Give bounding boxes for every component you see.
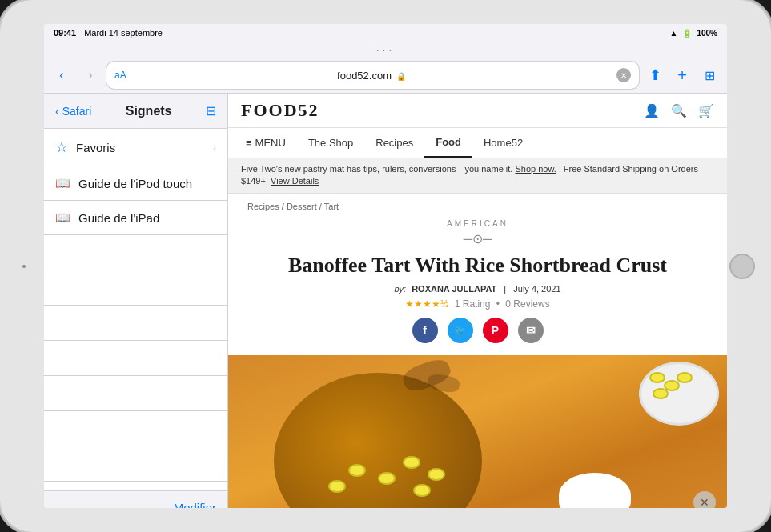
plate-banana-4 — [653, 388, 669, 399]
social-buttons: f 🐦 P ✉ — [247, 318, 708, 343]
forward-button[interactable]: › — [78, 62, 103, 88]
share-icon: ⬆ — [649, 66, 661, 84]
by-label: by: — [394, 284, 406, 294]
pinterest-share-button[interactable]: P — [483, 318, 508, 343]
banana-slice-6 — [413, 484, 431, 497]
wifi-icon: ▲ — [670, 29, 678, 38]
nav-the-shop[interactable]: The Shop — [297, 129, 364, 157]
sidebar-empty-row-5 — [44, 376, 227, 411]
banana-slice-2 — [348, 464, 366, 477]
sidebar-item-favoris[interactable]: ☆ Favoris › — [44, 129, 227, 166]
text-size-button[interactable]: aA — [114, 70, 126, 81]
search-icon[interactable]: 🔍 — [671, 103, 687, 118]
site-header: FOOD52 👤 🔍 🛒 — [228, 94, 727, 128]
site-nav: ≡ MENU The Shop Recipes Food Home52 — [228, 128, 727, 158]
lock-icon: 🔒 — [396, 72, 406, 81]
status-time: 09:41 — [54, 28, 76, 38]
article-meta: by: ROXANA JULLAPAT | July 4, 2021 — [247, 284, 708, 294]
reviews-separator: • — [496, 298, 500, 310]
category-divider: ─⊙─ — [247, 231, 708, 246]
article-date: July 4, 2021 — [513, 284, 560, 294]
toolbar-right-group: ⬆ + ⊞ — [642, 62, 722, 88]
banana-slice-1 — [328, 480, 346, 493]
sidebar-empty-row-4 — [44, 341, 227, 376]
browser-chrome: ··· ‹ › aA food52.com 🔒 — [44, 42, 727, 94]
sidebar-item-ipad[interactable]: 📖 Guide de l'iPad — [44, 201, 227, 235]
front-camera — [22, 265, 26, 268]
url-bar-dots-area: ··· — [44, 42, 727, 58]
tabs-grid-icon: ⊞ — [705, 68, 715, 83]
status-right: ▲ 🔋 100% — [670, 29, 717, 38]
article-category: AMERICAN — [247, 219, 708, 228]
facebook-share-button[interactable]: f — [412, 318, 438, 343]
article-title: Banoffee Tart With Rice Shortbread Crust — [247, 253, 708, 278]
site-logo: FOOD52 — [241, 100, 319, 121]
plate — [639, 362, 719, 426]
close-x-icon: ✕ — [700, 496, 709, 508]
add-icon: + — [677, 66, 687, 85]
back-button[interactable]: ‹ — [49, 62, 74, 88]
sidebar-empty-row-1 — [44, 235, 227, 270]
site-header-icons: 👤 🔍 🛒 — [644, 103, 714, 118]
sidebar-empty-row-7 — [44, 446, 227, 482]
banner-text: Five Two's new pastry mat has tips, rule… — [241, 164, 512, 174]
sidebar-empty-row-3 — [44, 306, 227, 341]
status-left: 09:41 Mardi 14 septembre — [54, 28, 163, 38]
sidebar-item-label-favoris: Favoris — [76, 141, 205, 154]
plate-banana-1 — [649, 372, 665, 383]
sidebar-empty-row-2 — [44, 270, 227, 306]
sidebar-empty-area — [44, 235, 227, 490]
star-icon: ☆ — [55, 138, 68, 156]
sidebar-title: Signets — [91, 104, 206, 118]
toolbar-nav-group: ‹ › — [49, 62, 103, 88]
sidebar-item-ipod-touch[interactable]: 📖 Guide de l'iPod touch — [44, 166, 227, 201]
url-bar[interactable]: aA food52.com 🔒 ✕ — [106, 62, 639, 89]
sidebar-modify-button[interactable]: Modifier — [174, 501, 216, 508]
status-bar: 09:41 Mardi 14 septembre ▲ 🔋 100% — [44, 24, 727, 42]
nav-home52[interactable]: Home52 — [472, 129, 534, 157]
share-button[interactable]: ⬆ — [642, 62, 668, 88]
sidebar-item-label-ipad: Guide de l'iPad — [78, 211, 216, 225]
date-separator: | — [504, 284, 506, 294]
sidebar-item-label-ipod: Guide de l'iPod touch — [78, 177, 216, 190]
article-content: Recipes / Dessert / Tart AMERICAN ─⊙─ Ba… — [228, 194, 727, 355]
tab-overview-button[interactable]: ⊞ — [697, 62, 722, 88]
book-icon-ipod: 📖 — [55, 176, 70, 190]
clear-button[interactable]: ✕ — [616, 68, 631, 82]
cart-icon[interactable]: 🛒 — [698, 103, 714, 118]
banner-shop-link[interactable]: Shop now. — [515, 164, 556, 174]
battery-percent: 100% — [697, 29, 717, 38]
status-date: Mardi 14 septembre — [84, 28, 163, 38]
nav-recipes[interactable]: Recipes — [364, 129, 424, 157]
book-icon-ipad: 📖 — [55, 210, 70, 225]
ipad-screen: 09:41 Mardi 14 septembre ▲ 🔋 100% ··· ‹ … — [44, 24, 727, 508]
twitter-share-button[interactable]: 🐦 — [448, 318, 473, 343]
home-button[interactable] — [729, 254, 755, 279]
breadcrumb: Recipes / Dessert / Tart — [247, 202, 708, 211]
add-tab-button[interactable]: + — [669, 62, 695, 88]
ipad-frame: 09:41 Mardi 14 septembre ▲ 🔋 100% ··· ‹ … — [0, 0, 771, 532]
food-hero-image: ✕ — [228, 355, 727, 508]
email-share-button[interactable]: ✉ — [518, 318, 544, 343]
account-icon[interactable]: 👤 — [644, 103, 660, 118]
rating-count[interactable]: 1 Rating — [455, 298, 491, 310]
sidebar-grid-icon[interactable]: ⊟ — [206, 103, 216, 118]
back-chevron-icon: ‹ — [55, 105, 59, 118]
close-overlay-button[interactable]: ✕ — [693, 491, 716, 508]
nav-menu[interactable]: ≡ MENU — [235, 129, 297, 157]
chevron-right-icon: › — [213, 142, 216, 153]
sidebar-back-button[interactable]: ‹ Safari — [55, 105, 91, 118]
star-rating: ★★★★½ — [405, 298, 448, 310]
author-name[interactable]: ROXANA JULLAPAT — [412, 284, 496, 294]
sidebar-header: ‹ Safari Signets ⊟ — [44, 94, 227, 129]
nav-food[interactable]: Food — [424, 128, 472, 158]
banana-slice-3 — [378, 472, 396, 485]
hamburger-icon: ≡ — [246, 137, 252, 149]
web-content: FOOD52 👤 🔍 🛒 ≡ MENU The Shop Recipes — [228, 94, 727, 508]
article-rating: ★★★★½ 1 Rating • 0 Reviews — [247, 298, 708, 310]
reviews-count[interactable]: 0 Reviews — [505, 298, 549, 310]
promo-banner: Five Two's new pastry mat has tips, rule… — [228, 158, 727, 194]
banner-details-link[interactable]: View Details — [271, 176, 319, 186]
back-icon: ‹ — [59, 68, 63, 82]
sidebar: ‹ Safari Signets ⊟ ☆ Favoris › 📖 Guide d… — [44, 94, 228, 508]
